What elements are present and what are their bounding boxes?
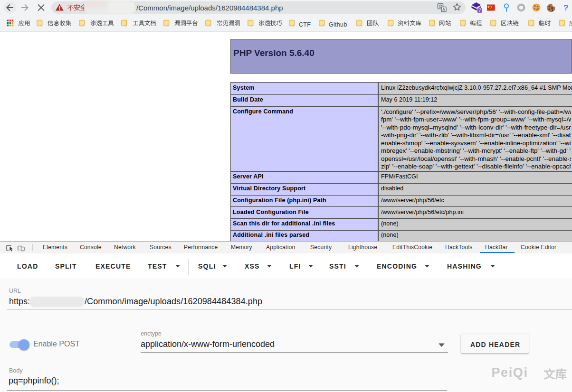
svg-text:7: 7	[478, 8, 481, 13]
svg-text:?: ?	[563, 3, 568, 12]
